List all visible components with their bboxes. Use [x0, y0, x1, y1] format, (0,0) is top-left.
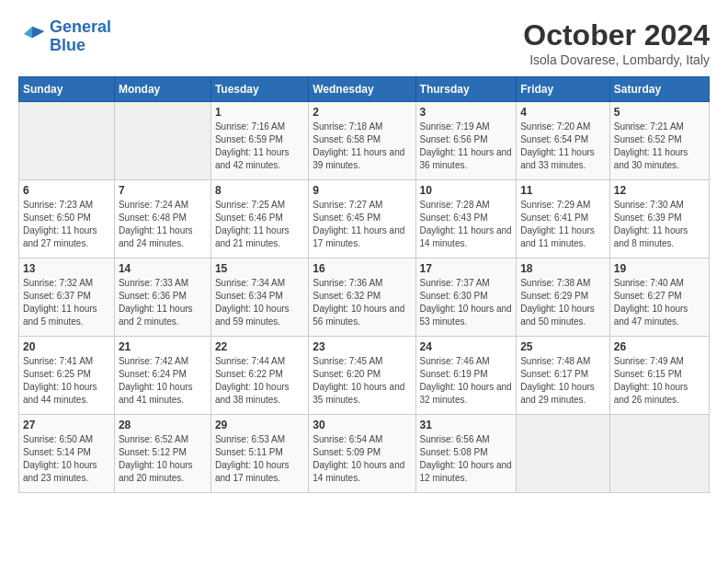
day-cell: 29Sunrise: 6:53 AM Sunset: 5:11 PM Dayli… — [210, 415, 308, 493]
day-info: Sunrise: 7:30 AM Sunset: 6:39 PM Dayligh… — [614, 199, 705, 250]
location-subtitle: Isola Dovarese, Lombardy, Italy — [523, 52, 710, 67]
month-title: October 2024 — [523, 18, 710, 52]
day-cell: 21Sunrise: 7:42 AM Sunset: 6:24 PM Dayli… — [114, 337, 210, 415]
day-number: 12 — [614, 184, 705, 197]
day-cell: 7Sunrise: 7:24 AM Sunset: 6:48 PM Daylig… — [114, 180, 210, 259]
day-info: Sunrise: 7:24 AM Sunset: 6:48 PM Dayligh… — [119, 199, 207, 250]
logo-line1: General — [50, 17, 111, 36]
day-info: Sunrise: 7:23 AM Sunset: 6:50 PM Dayligh… — [23, 199, 110, 250]
day-number: 30 — [313, 419, 411, 431]
day-cell: 31Sunrise: 6:56 AM Sunset: 5:08 PM Dayli… — [415, 415, 517, 493]
week-row-3: 13Sunrise: 7:32 AM Sunset: 6:37 PM Dayli… — [19, 259, 710, 337]
day-cell: 13Sunrise: 7:32 AM Sunset: 6:37 PM Dayli… — [19, 259, 115, 337]
day-number: 29 — [215, 419, 304, 431]
day-number: 6 — [23, 184, 110, 197]
day-cell: 9Sunrise: 7:27 AM Sunset: 6:45 PM Daylig… — [309, 180, 415, 259]
day-info: Sunrise: 7:38 AM Sunset: 6:29 PM Dayligh… — [520, 277, 606, 328]
day-number: 20 — [23, 340, 110, 353]
day-cell: 26Sunrise: 7:49 AM Sunset: 6:15 PM Dayli… — [609, 337, 709, 415]
logo-text: General Blue — [50, 18, 111, 55]
day-number: 31 — [420, 419, 513, 431]
logo-icon — [18, 23, 46, 51]
day-cell: 28Sunrise: 6:52 AM Sunset: 5:12 PM Dayli… — [114, 415, 210, 493]
day-info: Sunrise: 6:56 AM Sunset: 5:08 PM Dayligh… — [420, 433, 513, 485]
day-info: Sunrise: 7:41 AM Sunset: 6:25 PM Dayligh… — [23, 355, 110, 407]
calendar-body: 1Sunrise: 7:16 AM Sunset: 6:59 PM Daylig… — [19, 102, 710, 493]
day-info: Sunrise: 6:53 AM Sunset: 5:11 PM Dayligh… — [215, 433, 304, 485]
day-cell: 30Sunrise: 6:54 AM Sunset: 5:09 PM Dayli… — [309, 415, 415, 493]
day-cell: 3Sunrise: 7:19 AM Sunset: 6:56 PM Daylig… — [415, 102, 517, 180]
day-cell: 8Sunrise: 7:25 AM Sunset: 6:46 PM Daylig… — [210, 180, 308, 259]
day-cell: 12Sunrise: 7:30 AM Sunset: 6:39 PM Dayli… — [609, 180, 709, 259]
day-cell: 25Sunrise: 7:48 AM Sunset: 6:17 PM Dayli… — [517, 337, 610, 415]
day-info: Sunrise: 7:25 AM Sunset: 6:46 PM Dayligh… — [215, 199, 304, 250]
calendar-header: SundayMondayTuesdayWednesdayThursdayFrid… — [19, 77, 710, 102]
day-number: 25 — [520, 340, 606, 353]
header-cell-sunday: Sunday — [19, 77, 115, 102]
day-number: 13 — [23, 262, 110, 275]
day-number: 3 — [420, 106, 513, 119]
day-cell: 18Sunrise: 7:38 AM Sunset: 6:29 PM Dayli… — [517, 259, 610, 337]
day-cell: 23Sunrise: 7:45 AM Sunset: 6:20 PM Dayli… — [309, 337, 415, 415]
day-number: 5 — [614, 106, 705, 119]
day-number: 8 — [215, 184, 304, 197]
day-number: 14 — [119, 262, 207, 275]
day-info: Sunrise: 7:48 AM Sunset: 6:17 PM Dayligh… — [520, 355, 606, 407]
day-number: 22 — [215, 340, 304, 353]
day-number: 7 — [119, 184, 207, 197]
day-info: Sunrise: 7:49 AM Sunset: 6:15 PM Dayligh… — [614, 355, 705, 407]
day-cell: 27Sunrise: 6:50 AM Sunset: 5:14 PM Dayli… — [19, 415, 115, 493]
day-number: 16 — [313, 262, 411, 275]
day-info: Sunrise: 6:50 AM Sunset: 5:14 PM Dayligh… — [23, 433, 110, 485]
day-info: Sunrise: 7:18 AM Sunset: 6:58 PM Dayligh… — [313, 121, 411, 172]
day-number: 10 — [420, 184, 513, 197]
day-info: Sunrise: 7:28 AM Sunset: 6:43 PM Dayligh… — [420, 199, 513, 250]
day-cell: 4Sunrise: 7:20 AM Sunset: 6:54 PM Daylig… — [517, 102, 610, 180]
day-cell: 6Sunrise: 7:23 AM Sunset: 6:50 PM Daylig… — [19, 180, 115, 259]
week-row-5: 27Sunrise: 6:50 AM Sunset: 5:14 PM Dayli… — [19, 415, 710, 493]
day-number: 9 — [313, 184, 411, 197]
day-cell: 17Sunrise: 7:37 AM Sunset: 6:30 PM Dayli… — [415, 259, 517, 337]
day-number: 23 — [313, 340, 411, 353]
logo: General Blue — [18, 18, 111, 55]
day-number: 4 — [520, 106, 606, 119]
day-info: Sunrise: 7:46 AM Sunset: 6:19 PM Dayligh… — [420, 355, 513, 407]
day-cell: 2Sunrise: 7:18 AM Sunset: 6:58 PM Daylig… — [309, 102, 415, 180]
day-number: 21 — [119, 340, 207, 353]
logo-line2: Blue — [50, 37, 111, 55]
day-info: Sunrise: 7:37 AM Sunset: 6:30 PM Dayligh… — [420, 277, 513, 328]
day-number: 17 — [420, 262, 513, 275]
header-cell-friday: Friday — [517, 77, 610, 102]
header-cell-tuesday: Tuesday — [210, 77, 308, 102]
week-row-4: 20Sunrise: 7:41 AM Sunset: 6:25 PM Dayli… — [19, 337, 710, 415]
day-cell: 16Sunrise: 7:36 AM Sunset: 6:32 PM Dayli… — [309, 259, 415, 337]
header-cell-saturday: Saturday — [609, 77, 709, 102]
day-number: 18 — [520, 262, 606, 275]
day-number: 15 — [215, 262, 304, 275]
day-info: Sunrise: 7:34 AM Sunset: 6:34 PM Dayligh… — [215, 277, 304, 328]
day-number: 24 — [420, 340, 513, 353]
header-cell-thursday: Thursday — [415, 77, 517, 102]
day-cell: 24Sunrise: 7:46 AM Sunset: 6:19 PM Dayli… — [415, 337, 517, 415]
day-number: 1 — [215, 106, 304, 119]
day-cell: 5Sunrise: 7:21 AM Sunset: 6:52 PM Daylig… — [609, 102, 709, 180]
day-info: Sunrise: 7:36 AM Sunset: 6:32 PM Dayligh… — [313, 277, 411, 328]
page-header: General Blue October 2024 Isola Dovarese… — [18, 18, 710, 67]
calendar-table: SundayMondayTuesdayWednesdayThursdayFrid… — [18, 76, 710, 493]
header-cell-monday: Monday — [114, 77, 210, 102]
day-info: Sunrise: 7:16 AM Sunset: 6:59 PM Dayligh… — [215, 121, 304, 172]
day-info: Sunrise: 7:21 AM Sunset: 6:52 PM Dayligh… — [614, 121, 705, 172]
day-number: 27 — [23, 419, 110, 431]
day-info: Sunrise: 7:42 AM Sunset: 6:24 PM Dayligh… — [119, 355, 207, 407]
day-cell: 19Sunrise: 7:40 AM Sunset: 6:27 PM Dayli… — [609, 259, 709, 337]
day-cell: 14Sunrise: 7:33 AM Sunset: 6:36 PM Dayli… — [114, 259, 210, 337]
day-number: 19 — [614, 262, 705, 275]
day-info: Sunrise: 7:20 AM Sunset: 6:54 PM Dayligh… — [520, 121, 606, 172]
day-cell: 10Sunrise: 7:28 AM Sunset: 6:43 PM Dayli… — [415, 180, 517, 259]
day-cell — [114, 102, 210, 180]
week-row-1: 1Sunrise: 7:16 AM Sunset: 6:59 PM Daylig… — [19, 102, 710, 180]
day-info: Sunrise: 6:52 AM Sunset: 5:12 PM Dayligh… — [119, 433, 207, 485]
week-row-2: 6Sunrise: 7:23 AM Sunset: 6:50 PM Daylig… — [19, 180, 710, 259]
header-cell-wednesday: Wednesday — [309, 77, 415, 102]
day-cell — [19, 102, 115, 180]
